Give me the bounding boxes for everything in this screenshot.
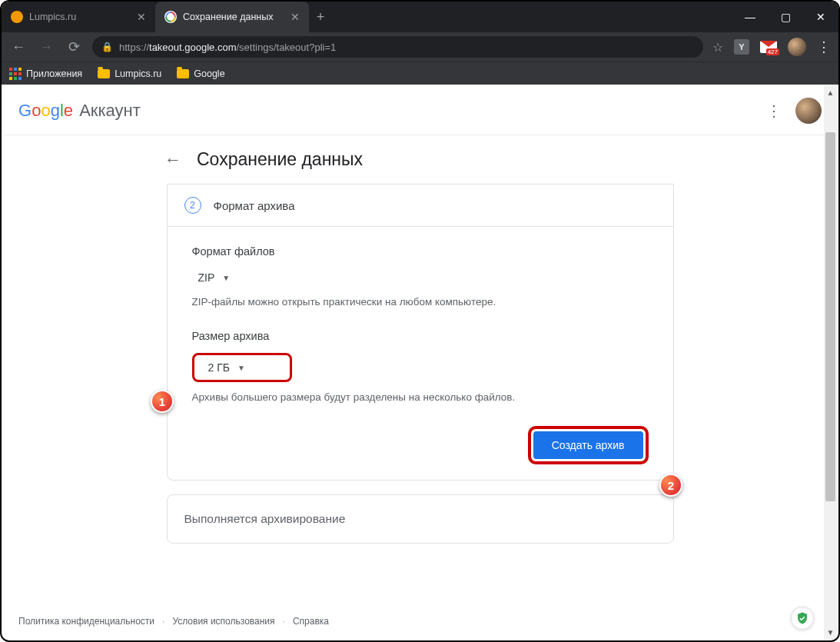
- back-arrow-icon[interactable]: ←: [164, 150, 181, 170]
- archive-size-title: Размер архива: [192, 330, 649, 342]
- file-format-section: Формат файлов ZIP ▼ ZIP-файлы можно откр…: [192, 245, 649, 310]
- more-options-icon[interactable]: ⋮: [766, 101, 782, 120]
- annotation-marker-1: 1: [151, 390, 174, 413]
- close-icon[interactable]: ✕: [291, 11, 300, 23]
- page-header: ← Сохранение данных: [3, 135, 837, 184]
- bookmark-label: Google: [194, 68, 224, 79]
- google-header: Google Аккаунт ⋮: [3, 86, 837, 135]
- favicon-lumpics: [11, 11, 23, 23]
- bookmark-star-icon[interactable]: ☆: [712, 40, 723, 55]
- step-number: 2: [184, 197, 201, 214]
- url-text: https://takeout.google.com/settings/take…: [119, 42, 336, 53]
- maximize-button[interactable]: ▢: [768, 2, 803, 32]
- page-content: ▲ ▼ Google Аккаунт ⋮ ← Сохранение данных…: [3, 86, 837, 639]
- highlight-box-2: Создать архив: [528, 426, 649, 464]
- scroll-down-icon[interactable]: ▼: [824, 626, 837, 639]
- step-header[interactable]: 2 Формат архива: [167, 184, 674, 227]
- file-format-dropdown[interactable]: ZIP ▼: [192, 268, 237, 287]
- reload-button[interactable]: ⟳: [65, 38, 83, 56]
- file-format-title: Формат файлов: [192, 245, 649, 258]
- bookmarks-bar: Приложения Lumpics.ru Google: [2, 62, 838, 85]
- footer-privacy[interactable]: Политика конфиденциальности: [18, 616, 154, 627]
- folder-icon: [98, 69, 110, 78]
- url-bar[interactable]: 🔒 https://takeout.google.com/settings/ta…: [92, 36, 703, 58]
- footer-terms[interactable]: Условия использования: [172, 616, 274, 627]
- forward-button[interactable]: →: [37, 38, 55, 56]
- footer-help[interactable]: Справка: [293, 616, 329, 627]
- apps-icon: [9, 68, 22, 80]
- create-archive-button[interactable]: Создать архив: [533, 431, 643, 459]
- tab-title: Lumpics.ru: [29, 12, 131, 22]
- back-button[interactable]: ←: [9, 38, 28, 56]
- footer: Политика конфиденциальности · Условия ис…: [3, 608, 344, 634]
- apps-button[interactable]: Приложения: [9, 68, 82, 80]
- chevron-down-icon: ▼: [222, 274, 230, 282]
- scroll-up-icon[interactable]: ▲: [824, 86, 837, 99]
- step-title: Формат архива: [214, 199, 295, 212]
- bookmark-label: Lumpics.ru: [115, 68, 161, 79]
- bookmark-folder-lumpics[interactable]: Lumpics.ru: [98, 68, 161, 79]
- annotation-marker-2: 2: [659, 474, 682, 497]
- browser-menu-icon[interactable]: ⋮: [817, 38, 831, 55]
- browser-toolbar: ← → ⟳ 🔒 https://takeout.google.com/setti…: [2, 32, 838, 62]
- actions-row: Создать архив: [192, 426, 649, 464]
- security-badge-icon[interactable]: [791, 607, 814, 630]
- window-controls: — ▢ ✕: [732, 2, 838, 32]
- file-format-hint: ZIP-файлы можно открыть практически на л…: [192, 294, 649, 310]
- vertical-scrollbar[interactable]: ▲ ▼: [824, 86, 837, 639]
- close-window-button[interactable]: ✕: [803, 2, 838, 32]
- tab-takeout[interactable]: Сохранение данных ✕: [155, 2, 309, 32]
- lock-icon: 🔒: [101, 42, 113, 52]
- profile-avatar[interactable]: [788, 38, 806, 56]
- page-title: Сохранение данных: [197, 149, 363, 170]
- bookmark-folder-google[interactable]: Google: [177, 68, 224, 79]
- archive-size-hint: Архивы большего размера будут разделены …: [192, 390, 649, 405]
- mail-extension-icon[interactable]: 427: [760, 41, 777, 53]
- chevron-down-icon: ▼: [237, 364, 245, 372]
- google-logo[interactable]: Google Аккаунт: [18, 101, 141, 121]
- titlebar: Lumpics.ru ✕ Сохранение данных ✕ + — ▢ ✕: [2, 2, 838, 32]
- folder-icon: [177, 69, 189, 78]
- file-format-value: ZIP: [198, 271, 215, 284]
- archiving-status: Выполняется архивирование: [184, 512, 656, 526]
- extension-y[interactable]: Y: [734, 39, 749, 55]
- tab-title: Сохранение данных: [183, 12, 284, 22]
- apps-label: Приложения: [26, 68, 82, 79]
- tab-lumpics[interactable]: Lumpics.ru ✕: [2, 2, 155, 32]
- minimize-button[interactable]: —: [732, 2, 768, 32]
- archive-size-value: 2 ГБ: [208, 361, 230, 374]
- close-icon[interactable]: ✕: [137, 11, 146, 23]
- step-body: Формат файлов ZIP ▼ ZIP-файлы можно откр…: [167, 227, 674, 481]
- archiving-card: Выполняется архивирование: [167, 494, 674, 544]
- archive-size-dropdown[interactable]: 2 ГБ ▼: [202, 358, 251, 377]
- scroll-thumb[interactable]: [825, 132, 835, 501]
- archive-size-section: Размер архива 2 ГБ ▼ Архивы большего раз…: [192, 330, 649, 405]
- highlight-box-1: 2 ГБ ▼: [192, 353, 292, 382]
- favicon-google: [164, 11, 177, 23]
- new-tab-button[interactable]: +: [309, 2, 332, 32]
- account-avatar[interactable]: [795, 98, 822, 124]
